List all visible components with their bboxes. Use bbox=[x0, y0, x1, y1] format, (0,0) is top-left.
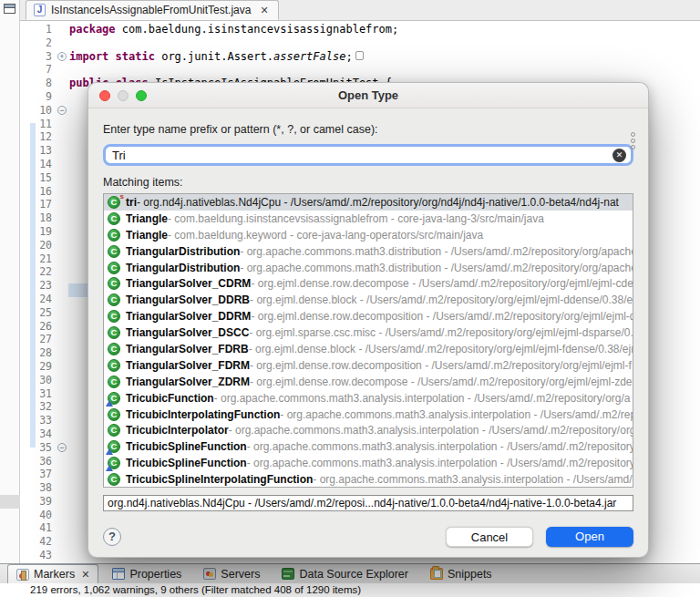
code-text: package com.baeldung.isinstancevsisassig… bbox=[69, 23, 398, 36]
type-search-input[interactable] bbox=[112, 149, 612, 162]
line-number: 33 bbox=[20, 414, 57, 427]
fold-margin: + bbox=[57, 50, 69, 64]
abstract-overlay-icon bbox=[106, 448, 113, 455]
matching-item-row[interactable]: Cstri - org.nd4j.nativeblas.Nd4jCpu - /U… bbox=[104, 194, 633, 211]
matching-items-label: Matching items: bbox=[103, 176, 633, 189]
panel-tab-close-icon[interactable]: ✕ bbox=[81, 569, 89, 581]
line-number: 30 bbox=[20, 374, 57, 387]
left-minimized-strip bbox=[0, 0, 20, 563]
matching-item-row[interactable]: CTriangle - com.baeldung.keyword - core-… bbox=[104, 227, 633, 243]
editor-tab-title: IsInstanceIsAssignableFromUnitTest.java bbox=[51, 4, 251, 16]
fold-margin bbox=[57, 63, 69, 77]
tab-close-icon[interactable]: ✕ bbox=[260, 5, 268, 16]
type-name: TriangularSolver_DDRM bbox=[126, 310, 251, 323]
java-file-icon: J bbox=[34, 4, 46, 16]
class-icon: C bbox=[108, 212, 120, 225]
type-name: TriangularSolver_FDRB bbox=[126, 343, 249, 355]
type-context: - org.ejml.dense.row.decomposition - /Us… bbox=[251, 310, 633, 323]
line-number: 35 bbox=[20, 441, 57, 455]
fold-margin bbox=[57, 211, 69, 225]
panel-tab-snippets[interactable]: Snippets bbox=[422, 564, 500, 583]
markers-icon bbox=[16, 569, 29, 581]
line-number: 29 bbox=[20, 360, 57, 374]
fold-margin bbox=[57, 118, 69, 131]
line-number: 24 bbox=[20, 293, 57, 306]
fold-toggle-icon[interactable]: − bbox=[57, 443, 67, 452]
matching-items-list[interactable]: Cstri - org.nd4j.nativeblas.Nd4jCpu - /U… bbox=[103, 193, 633, 488]
help-button[interactable]: ? bbox=[103, 528, 121, 546]
code-line: 1package com.baeldung.isinstancevsisassi… bbox=[20, 23, 700, 36]
editor-tab-bar: J IsInstanceIsAssignableFromUnitTest.jav… bbox=[20, 0, 700, 21]
open-button[interactable]: Open bbox=[546, 527, 633, 547]
panel-tab-properties[interactable]: Properties bbox=[104, 564, 190, 583]
line-number: 14 bbox=[20, 158, 57, 171]
fold-margin bbox=[57, 414, 69, 427]
panel-tab-data-source-explorer[interactable]: Data Source Explorer bbox=[273, 564, 417, 583]
fold-toggle-icon[interactable]: + bbox=[57, 52, 67, 61]
fold-margin bbox=[57, 306, 69, 320]
fold-margin bbox=[57, 198, 69, 211]
restore-view-icon[interactable] bbox=[4, 4, 15, 14]
class-icon: C bbox=[108, 424, 120, 437]
matching-item-row[interactable]: CTricubicSplineInterpolatingFunction - o… bbox=[104, 471, 633, 488]
fold-toggle-icon[interactable]: − bbox=[57, 106, 67, 115]
matching-item-row[interactable]: CTriangularSolver_ZDRM - org.ejml.dense.… bbox=[104, 374, 633, 390]
fold-margin bbox=[57, 455, 69, 468]
editor-tab[interactable]: J IsInstanceIsAssignableFromUnitTest.jav… bbox=[26, 0, 279, 20]
matching-item-row[interactable]: CTriangle - com.baeldung.isinstancevsisa… bbox=[104, 211, 633, 227]
matching-item-row[interactable]: CTriangularSolver_CDRM - org.ejml.dense.… bbox=[104, 275, 633, 292]
line-number: 8 bbox=[20, 77, 57, 90]
bottom-view-tab-bar: Markers✕PropertiesServersData Source Exp… bbox=[0, 563, 700, 583]
class-icon: C bbox=[108, 262, 120, 274]
type-name: TricubicInterpolatingFunction bbox=[126, 408, 280, 421]
type-name: TriangularDistribution bbox=[126, 262, 240, 274]
fold-margin bbox=[57, 468, 69, 481]
panel-tab-label: Properties bbox=[129, 568, 181, 581]
minimized-view-handle[interactable] bbox=[0, 495, 20, 509]
matching-item-row[interactable]: CTricubicFunction - org.apache.commons.m… bbox=[104, 390, 633, 407]
type-context: - org.ejml.dense.row.decompose - /Users/… bbox=[250, 376, 633, 388]
matching-item-row[interactable]: CTricubicInterpolator - org.apache.commo… bbox=[104, 422, 633, 438]
panel-tab-servers[interactable]: Servers bbox=[195, 564, 268, 583]
line-number: 9 bbox=[20, 90, 57, 104]
matching-item-row[interactable]: CTriangularDistribution - org.apache.com… bbox=[104, 260, 633, 276]
view-menu-icon[interactable] bbox=[631, 132, 635, 149]
matching-item-row[interactable]: CTricubicSplineFunction - org.apache.com… bbox=[104, 438, 633, 455]
panel-tab-markers[interactable]: Markers✕ bbox=[7, 564, 98, 583]
matching-item-row[interactable]: CTricubicSplineFunction - org.apache.com… bbox=[104, 455, 633, 471]
line-number: 16 bbox=[20, 185, 57, 199]
matching-item-row[interactable]: CTriangularSolver_DSCC - org.ejml.sparse… bbox=[104, 324, 633, 341]
matching-item-row[interactable]: CTriangularDistribution - org.apache.com… bbox=[104, 243, 633, 260]
matching-item-row[interactable]: CTriangularSolver_DDRM - org.ejml.dense.… bbox=[104, 308, 633, 324]
data-source-explorer-icon bbox=[282, 568, 294, 580]
dialog-titlebar[interactable]: Open Type bbox=[88, 83, 648, 108]
folded-region-box bbox=[355, 51, 364, 60]
panel-tab-label: Data Source Explorer bbox=[299, 568, 408, 581]
type-context: - com.baeldung.isinstancevsisassignablef… bbox=[168, 212, 544, 225]
clear-search-icon[interactable]: ✕ bbox=[612, 149, 626, 162]
type-name: Triangle bbox=[126, 212, 168, 225]
fold-margin bbox=[57, 521, 69, 535]
line-number: 25 bbox=[20, 306, 57, 320]
type-name: TricubicFunction bbox=[126, 392, 214, 405]
matching-item-row[interactable]: CTriangularSolver_DDRB - org.ejml.dense.… bbox=[104, 292, 633, 308]
fold-margin bbox=[57, 185, 69, 199]
abstract-overlay-icon bbox=[106, 465, 113, 471]
matching-item-row[interactable]: CTricubicInterpolatingFunction - org.apa… bbox=[104, 407, 633, 423]
line-number: 31 bbox=[20, 387, 57, 401]
cancel-button[interactable]: Cancel bbox=[446, 527, 533, 547]
fold-margin bbox=[57, 427, 69, 441]
code-text: import static org.junit.Assert.assertFal… bbox=[69, 50, 364, 64]
fold-margin bbox=[57, 90, 69, 104]
servers-icon bbox=[203, 568, 216, 580]
matching-item-row[interactable]: CTriangularSolver_FDRB - org.ejml.dense.… bbox=[104, 341, 633, 357]
fold-margin bbox=[57, 252, 69, 266]
matching-item-row[interactable]: CTriangularSolver_FDRM - org.ejml.dense.… bbox=[104, 357, 633, 374]
snippets-icon bbox=[430, 568, 443, 580]
class-icon: C bbox=[108, 392, 120, 405]
type-name: TriangularSolver_DSCC bbox=[126, 326, 249, 339]
type-context: - org.ejml.dense.row.decompose - /Users/… bbox=[251, 277, 633, 290]
type-context: - org.ejml.sparse.csc.misc - /Users/amd/… bbox=[249, 326, 633, 339]
type-context: - org.nd4j.nativeblas.Nd4jCpu - /Users/a… bbox=[137, 196, 619, 209]
fold-margin bbox=[57, 346, 69, 360]
